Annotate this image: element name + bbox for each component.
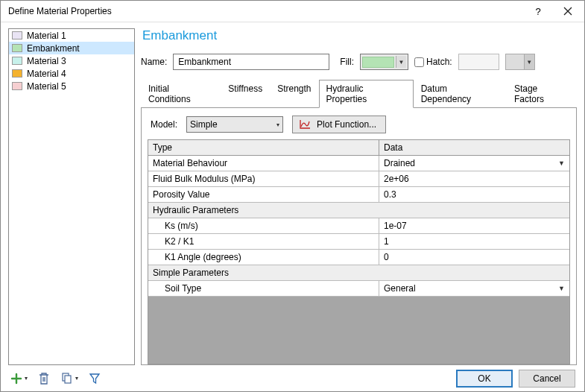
hatch-checkbox[interactable]: Hatch: bbox=[414, 57, 452, 67]
material-swatch bbox=[12, 82, 22, 90]
close-button[interactable] bbox=[553, 1, 583, 22]
chevron-down-icon: ▾ bbox=[25, 375, 28, 382]
hatch-color-picker[interactable]: ▼ bbox=[505, 54, 535, 70]
grid-row[interactable]: K2 / K11 bbox=[148, 234, 569, 250]
fill-label: Fill: bbox=[340, 57, 354, 67]
material-name: Material 3 bbox=[27, 56, 66, 66]
property-name: Ks (m/s) bbox=[148, 218, 379, 233]
grid-empty-area bbox=[148, 297, 569, 364]
material-list[interactable]: Material 1EmbankmentMaterial 3Material 4… bbox=[8, 28, 135, 365]
material-heading: Embankment bbox=[142, 28, 577, 43]
grid-row[interactable]: Ks (m/s)1e-07 bbox=[148, 218, 569, 234]
grid-section-header: Hydraulic Parameters bbox=[148, 203, 569, 218]
col-type-header: Type bbox=[148, 140, 379, 155]
chevron-down-icon: ▼ bbox=[524, 54, 534, 69]
material-swatch bbox=[12, 44, 22, 52]
cancel-button[interactable]: Cancel bbox=[519, 370, 575, 388]
grid-row[interactable]: Fluid Bulk Modulus (MPa)2e+06 bbox=[148, 171, 569, 187]
property-value[interactable]: Drained▼ bbox=[379, 156, 569, 171]
material-swatch bbox=[12, 31, 22, 39]
name-label: Name: bbox=[141, 57, 167, 67]
name-input[interactable] bbox=[173, 54, 329, 70]
dialog-footer: ▾ ▾ OK Cancel bbox=[1, 365, 584, 391]
copy-icon bbox=[60, 372, 74, 385]
property-name: K2 / K1 bbox=[148, 234, 379, 249]
svg-rect-1 bbox=[65, 376, 71, 383]
define-material-dialog: Define Material Properties ? Material 1E… bbox=[0, 0, 585, 392]
grid-row[interactable]: Porosity Value0.3 bbox=[148, 187, 569, 203]
material-name: Material 5 bbox=[27, 81, 66, 92]
chevron-down-icon: ▼ bbox=[396, 56, 406, 68]
material-name: Embankment bbox=[27, 43, 80, 54]
property-name: Fluid Bulk Modulus (MPa) bbox=[148, 171, 379, 186]
plot-function-button[interactable]: Plot Function... bbox=[292, 116, 386, 133]
plus-icon bbox=[10, 372, 23, 385]
plot-icon bbox=[299, 119, 311, 130]
material-list-item[interactable]: Material 5 bbox=[9, 80, 134, 92]
chevron-down-icon: ▼ bbox=[558, 159, 565, 167]
hatch-label: Hatch: bbox=[426, 57, 452, 67]
property-value[interactable]: 0 bbox=[379, 250, 569, 265]
material-list-item[interactable]: Material 1 bbox=[9, 29, 134, 42]
add-material-button[interactable]: ▾ bbox=[10, 372, 28, 385]
fill-color-picker[interactable]: ▼ bbox=[360, 54, 408, 70]
tab-datum-dependency[interactable]: Datum Dependency bbox=[414, 80, 507, 108]
model-value: Simple bbox=[190, 119, 218, 130]
material-name: Material 1 bbox=[27, 31, 66, 41]
grid-row[interactable]: Material BehaviourDrained▼ bbox=[148, 156, 569, 171]
ok-button[interactable]: OK bbox=[456, 370, 513, 388]
fill-swatch bbox=[362, 57, 394, 68]
property-value[interactable]: 0.3 bbox=[379, 187, 569, 202]
copy-material-button[interactable]: ▾ bbox=[60, 372, 78, 385]
grid-row[interactable]: K1 Angle (degrees)0 bbox=[148, 250, 569, 265]
delete-material-button[interactable] bbox=[38, 372, 50, 385]
material-list-item[interactable]: Embankment bbox=[9, 42, 134, 54]
hatch-checkbox-input[interactable] bbox=[414, 57, 424, 67]
property-name: Soil Type bbox=[148, 281, 379, 296]
titlebar: Define Material Properties ? bbox=[1, 1, 584, 22]
property-value[interactable]: 1 bbox=[379, 234, 569, 249]
material-swatch bbox=[12, 69, 22, 78]
hatch-pattern-select[interactable] bbox=[458, 54, 499, 70]
trash-icon bbox=[38, 372, 50, 385]
help-button[interactable]: ? bbox=[523, 1, 553, 22]
material-list-item[interactable]: Material 3 bbox=[9, 54, 134, 67]
property-value[interactable]: General▼ bbox=[379, 281, 569, 296]
material-name: Material 4 bbox=[27, 69, 66, 79]
model-select[interactable]: Simple ▾ bbox=[186, 116, 283, 133]
grid-row[interactable]: Soil TypeGeneral▼ bbox=[148, 281, 569, 297]
tab-stage-factors[interactable]: Stage Factors bbox=[507, 80, 577, 108]
property-tabs: Initial ConditionsStiffnessStrengthHydra… bbox=[141, 79, 577, 108]
section-label: Simple Parameters bbox=[148, 265, 569, 280]
material-swatch bbox=[12, 57, 22, 65]
plot-label: Plot Function... bbox=[317, 119, 376, 130]
chevron-down-icon: ▼ bbox=[558, 285, 565, 292]
grid-header: Type Data bbox=[148, 140, 569, 156]
property-value[interactable]: 2e+06 bbox=[379, 171, 569, 186]
tab-initial-conditions[interactable]: Initial Conditions bbox=[141, 80, 221, 108]
chevron-down-icon: ▾ bbox=[75, 375, 78, 382]
chevron-down-icon: ▾ bbox=[276, 121, 279, 128]
property-name: Material Behaviour bbox=[148, 156, 379, 171]
hydraulic-panel: Model: Simple ▾ Plot Function... bbox=[141, 108, 577, 365]
material-list-item[interactable]: Material 4 bbox=[9, 67, 134, 80]
tab-stiffness[interactable]: Stiffness bbox=[221, 80, 270, 108]
model-label: Model: bbox=[151, 119, 177, 130]
section-label: Hydraulic Parameters bbox=[148, 203, 569, 218]
filter-button[interactable] bbox=[89, 372, 101, 385]
property-grid: Type Data Material BehaviourDrained▼Flui… bbox=[148, 139, 570, 364]
grid-section-header: Simple Parameters bbox=[148, 265, 569, 281]
window-title: Define Material Properties bbox=[8, 6, 523, 16]
col-data-header: Data bbox=[379, 140, 569, 155]
tab-hydraulic-properties[interactable]: Hydraulic Properties bbox=[319, 80, 414, 108]
property-name: Porosity Value bbox=[148, 187, 379, 202]
property-name: K1 Angle (degrees) bbox=[148, 250, 379, 265]
tab-strength[interactable]: Strength bbox=[270, 80, 318, 108]
filter-icon bbox=[89, 372, 101, 385]
property-value[interactable]: 1e-07 bbox=[379, 218, 569, 233]
